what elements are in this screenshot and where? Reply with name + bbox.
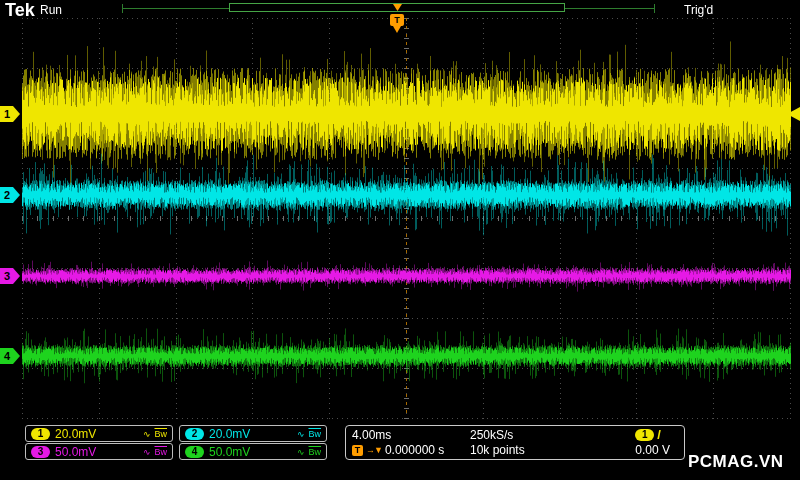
watermark: PCMAG.VN	[688, 452, 784, 472]
ch3-bandwidth-icon: Bw	[154, 447, 167, 457]
acquisition-status: Run	[40, 3, 62, 17]
record-bar-left-cap	[122, 4, 123, 13]
tek-logo: Tek	[5, 0, 35, 21]
ch4-bandwidth-icon: Bw	[308, 447, 321, 457]
trigger-position-marker[interactable]: T	[390, 14, 404, 26]
record-length-readout: 10k points	[470, 443, 568, 457]
ch1-badge: 1	[31, 428, 50, 440]
ch2-bandwidth-icon: Bw	[308, 429, 321, 439]
trigger-level-readout: 0.00 V	[635, 443, 670, 457]
horizontal-trigger-readout[interactable]: 4.00ms T →▼ 0.000000 s 250kS/s 10k point…	[345, 425, 685, 460]
trigger-arrow-icon: →▼	[366, 443, 382, 457]
ch1-bandwidth-icon: Bw	[154, 429, 167, 439]
trigger-source-badge: 1	[635, 429, 654, 441]
ch4-scale: 50.0mV	[209, 445, 250, 459]
record-bar-right-cap	[654, 4, 655, 13]
ch1-readout[interactable]: 1 20.0mV ∿ Bw	[25, 425, 173, 442]
ch1-coupling-icon: ∿	[143, 429, 151, 439]
trigger-time-readout: 0.000000 s	[385, 443, 444, 457]
ch4-coupling-icon: ∿	[297, 447, 305, 457]
timebase-readout: 4.00ms	[352, 428, 458, 442]
oscilloscope-screen: Tek Run Trig'd T 1 2 3 4 1 20.0mV ∿ Bw 2…	[0, 0, 800, 480]
ch3-scale: 50.0mV	[55, 445, 96, 459]
ch4-badge: 4	[185, 446, 204, 458]
waveform-display	[0, 0, 800, 480]
ch1-scale: 20.0mV	[55, 427, 96, 441]
trigger-status: Trig'd	[684, 3, 713, 17]
ch2-badge: 2	[185, 428, 204, 440]
ch2-coupling-icon: ∿	[297, 429, 305, 439]
ch2-readout[interactable]: 2 20.0mV ∿ Bw	[179, 425, 327, 442]
trigger-slope-icon: /	[657, 428, 661, 442]
ch3-coupling-icon: ∿	[143, 447, 151, 457]
ch4-readout[interactable]: 4 50.0mV ∿ Bw	[179, 443, 327, 460]
trigger-time-icon: T	[352, 445, 363, 456]
ch3-badge: 3	[31, 446, 50, 458]
ch3-readout[interactable]: 3 50.0mV ∿ Bw	[25, 443, 173, 460]
sample-rate-readout: 250kS/s	[470, 428, 568, 442]
readout-bar: 1 20.0mV ∿ Bw 2 20.0mV ∿ Bw 3 50.0mV ∿ B…	[0, 424, 800, 480]
ch2-scale: 20.0mV	[209, 427, 250, 441]
